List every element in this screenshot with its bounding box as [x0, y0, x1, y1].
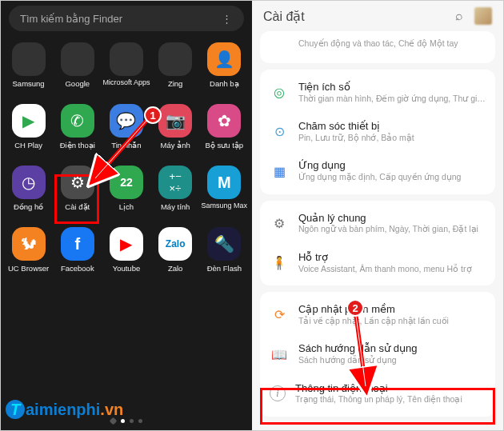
info-icon: i: [270, 385, 286, 401]
app-label: Google: [65, 79, 90, 88]
calculator-icon: +−×÷: [158, 166, 192, 199]
app-play[interactable]: ▶ CH Play: [6, 104, 51, 150]
setting-sub: Sách hướng dẫn sử dụng: [298, 355, 486, 366]
setting-title: Hỗ trợ: [298, 251, 486, 264]
search-icon[interactable]: ⌕: [455, 9, 463, 23]
setting-title: Quản lý chung: [298, 212, 486, 225]
app-label: Máy tính: [161, 202, 190, 211]
app-label: Bộ sưu tập: [206, 141, 244, 150]
app-google[interactable]: Google: [55, 42, 100, 88]
app-flash[interactable]: 🔦 Đèn Flash: [202, 227, 246, 273]
setting-title: Tiện ích số: [298, 81, 486, 94]
app-label: Đồng hồ: [14, 202, 43, 211]
more-icon[interactable]: ⋮: [222, 13, 233, 25]
app-label: Zalo: [168, 264, 182, 273]
app-clock[interactable]: ◷ Đồng hồ: [6, 166, 51, 211]
folder-icon: [110, 42, 143, 76]
app-facebook[interactable]: f Facebook: [55, 227, 100, 273]
app-samsung-max[interactable]: M Samsung Max: [202, 166, 246, 211]
gear-icon: ⚙: [61, 166, 94, 199]
setting-software-update[interactable]: ⟳ Cập nhật phần mềm Tải về cập nhật, Lần…: [260, 295, 495, 334]
setting-sub: Trạng thái, Thông tin pháp lý, Tên điện …: [295, 394, 486, 405]
phone-icon: ✆: [61, 104, 94, 138]
step-1-badge: 1: [144, 106, 162, 124]
folder-icon: [12, 42, 46, 76]
app-label: Microsoft Apps: [102, 79, 150, 86]
app-samsung[interactable]: Samsung: [6, 42, 51, 88]
update-icon: ⟳: [270, 305, 289, 325]
setting-sub: Ứng dụng mặc định, Cấp quyền ứng dụng: [298, 172, 486, 183]
setting-title: Chăm sóc thiết bị: [298, 120, 486, 133]
settings-title: Cài đặt: [263, 9, 305, 24]
device-care-icon: ⊙: [270, 122, 289, 142]
app-contacts[interactable]: 👤 Danh bạ: [202, 42, 246, 88]
step-2-badge: 2: [346, 299, 364, 317]
app-label: Samsung Max: [202, 202, 248, 210]
general-icon: ⚙: [270, 214, 289, 233]
message-icon: 💬: [110, 104, 143, 138]
app-label: Facebook: [61, 264, 94, 273]
setting-user-manual[interactable]: 📖 Sách hướng dẫn sử dụng Sách hướng dẫn …: [260, 334, 495, 373]
advanced-icon: [270, 34, 289, 54]
setting-digital-wellbeing[interactable]: ◎ Tiện ích số Thời gian màn hình, Đếm gi…: [260, 73, 495, 112]
app-microsoft[interactable]: Microsoft Apps: [104, 42, 149, 88]
profile-avatar[interactable]: [474, 7, 492, 25]
setting-sub: Tải về cập nhật, Lần cập nhật lần cuối: [298, 316, 486, 327]
settings-header: Cài đặt ⌕: [252, 1, 503, 31]
camera-icon: 📷: [158, 104, 192, 138]
setting-sub: Voice Assistant, Âm thanh mono, menu Hỗ …: [298, 264, 486, 275]
play-icon: ▶: [12, 104, 46, 138]
finder-search[interactable]: Tìm kiếm bằng Finder ⋮: [9, 6, 244, 31]
gallery-icon: ✿: [207, 104, 241, 138]
setting-title: Thông tin điện thoại: [295, 382, 486, 395]
app-gallery[interactable]: ✿ Bộ sưu tập: [202, 104, 246, 150]
settings-screen: Cài đặt ⌕ Chuyển động và thao tác, Chế đ…: [252, 1, 503, 430]
setting-accessibility[interactable]: 🧍 Hỗ trợ Voice Assistant, Âm thanh mono,…: [260, 243, 495, 282]
app-calendar[interactable]: 22 Lịch: [104, 166, 149, 211]
app-label: Điện thoại: [60, 141, 95, 150]
app-label: Samsung: [13, 79, 45, 88]
flash-icon: 🔦: [207, 227, 241, 261]
watermark: Taimienphi.vn: [6, 400, 123, 419]
app-drawer-screen: Tìm kiếm bằng Finder ⋮ Samsung Google: [1, 1, 252, 430]
app-zalo[interactable]: Zalo Zalo: [153, 227, 198, 273]
search-placeholder: Tìm kiếm bằng Finder: [20, 13, 122, 25]
app-uc[interactable]: 🐿 UC Browser: [6, 227, 51, 273]
uc-icon: 🐿: [12, 227, 46, 261]
app-label: Danh bạ: [210, 79, 239, 88]
setting-title: Sách hướng dẫn sử dụng: [298, 342, 486, 355]
clock-icon: ◷: [12, 166, 46, 199]
app-label: Youtube: [113, 264, 141, 273]
setting-sub: Ngôn ngữ và bàn phím, Ngày, Thời gian, Đ…: [298, 224, 486, 235]
setting-sub: Chuyển động và thao tác, Chế độ Một tay: [298, 38, 486, 50]
zalo-icon: Zalo: [158, 227, 192, 261]
setting-title: Cập nhật phần mềm: [298, 303, 486, 316]
watermark-t: T: [6, 400, 25, 419]
setting-apps[interactable]: ▦ Ứng dụng Ứng dụng mặc định, Cấp quyền …: [260, 151, 495, 190]
setting-about-phone[interactable]: i Thông tin điện thoại Trạng thái, Thông…: [260, 374, 495, 413]
app-label: Cài đặt: [65, 202, 90, 211]
folder-icon: [158, 42, 192, 76]
watermark-vn: .vn: [100, 401, 123, 418]
app-label: Tin nhắn: [111, 141, 141, 150]
page-indicator: [110, 419, 142, 424]
app-youtube[interactable]: ▶ Youtube: [104, 227, 149, 273]
app-calculator[interactable]: +−×÷ Máy tính: [153, 166, 198, 211]
youtube-icon: ▶: [110, 227, 143, 261]
setting-title: Ứng dụng: [298, 159, 486, 172]
folder-icon: [61, 42, 94, 76]
app-label: Máy ảnh: [161, 141, 190, 150]
app-zing[interactable]: Zing: [153, 42, 198, 88]
setting-advanced[interactable]: Chuyển động và thao tác, Chế độ Một tay: [260, 31, 495, 60]
app-settings[interactable]: ⚙ Cài đặt: [55, 166, 100, 211]
accessibility-icon: 🧍: [270, 253, 289, 273]
setting-general[interactable]: ⚙ Quản lý chung Ngôn ngữ và bàn phím, Ng…: [260, 204, 495, 243]
app-messages[interactable]: 💬 Tin nhắn: [104, 104, 149, 150]
manual-icon: 📖: [270, 345, 289, 364]
app-phone[interactable]: ✆ Điện thoại: [55, 104, 100, 150]
app-label: Đèn Flash: [207, 264, 242, 273]
setting-device-care[interactable]: ⊙ Chăm sóc thiết bị Pin, Lưu trữ, Bộ nhớ…: [260, 112, 495, 151]
app-label: CH Play: [14, 141, 42, 150]
facebook-icon: f: [61, 227, 94, 261]
wellbeing-icon: ◎: [270, 83, 289, 102]
